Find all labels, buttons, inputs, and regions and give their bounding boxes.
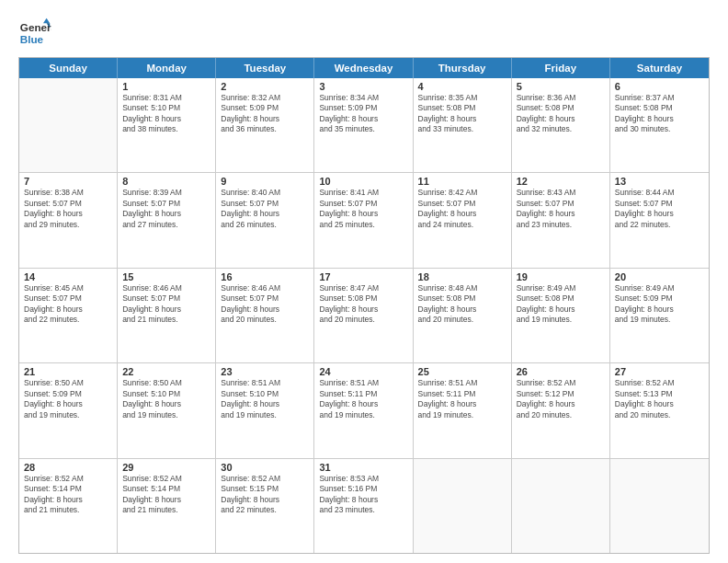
day-number: 19 [517, 271, 605, 282]
cell-info-line: and 19 minutes. [319, 410, 407, 420]
calendar-cell: 27Sunrise: 8:52 AMSunset: 5:13 PMDayligh… [610, 363, 709, 457]
cell-info-line: and 36 minutes. [221, 124, 309, 134]
calendar-cell: 4Sunrise: 8:35 AMSunset: 5:08 PMDaylight… [414, 78, 512, 172]
cell-info-line: and 30 minutes. [615, 124, 704, 134]
cell-info-line: Sunset: 5:14 PM [24, 484, 112, 494]
calendar: SundayMondayTuesdayWednesdayThursdayFrid… [18, 57, 710, 554]
cell-info-line: and 33 minutes. [418, 124, 506, 134]
cell-info-line: Sunset: 5:09 PM [221, 103, 309, 113]
cell-info-line: and 20 minutes. [319, 315, 407, 325]
cell-info-line: Sunrise: 8:52 AM [122, 474, 210, 484]
cell-info-line: Sunrise: 8:43 AM [517, 188, 605, 198]
day-number: 12 [517, 176, 605, 187]
calendar-cell: 17Sunrise: 8:47 AMSunset: 5:08 PMDayligh… [314, 269, 413, 362]
day-number: 23 [221, 366, 309, 377]
day-number: 8 [122, 176, 210, 187]
day-number: 6 [615, 81, 704, 92]
cell-info-line: and 23 minutes. [319, 505, 407, 515]
day-number: 24 [319, 366, 407, 377]
calendar-body: 1Sunrise: 8:31 AMSunset: 5:10 PMDaylight… [19, 78, 709, 553]
calendar-cell: 21Sunrise: 8:50 AMSunset: 5:09 PMDayligh… [19, 363, 118, 457]
cell-info-line: Sunrise: 8:50 AM [122, 378, 210, 388]
cell-info-line: and 20 minutes. [221, 315, 309, 325]
calendar-cell: 6Sunrise: 8:37 AMSunset: 5:08 PMDaylight… [610, 78, 709, 172]
cell-info-line: Sunrise: 8:41 AM [319, 188, 407, 198]
calendar-row: 21Sunrise: 8:50 AMSunset: 5:09 PMDayligh… [19, 363, 709, 458]
day-number: 11 [418, 176, 506, 187]
cell-info-line: Sunrise: 8:51 AM [418, 378, 506, 388]
cell-info-line: and 19 minutes. [24, 410, 112, 420]
calendar-cell: 30Sunrise: 8:52 AMSunset: 5:15 PMDayligh… [216, 459, 314, 553]
calendar-row: 14Sunrise: 8:45 AMSunset: 5:07 PMDayligh… [19, 269, 709, 363]
calendar-cell: 14Sunrise: 8:45 AMSunset: 5:07 PMDayligh… [19, 269, 118, 362]
cell-info-line: Sunrise: 8:44 AM [615, 188, 704, 198]
cell-info-line: Daylight: 8 hours [418, 304, 506, 315]
cell-info-line: and 22 minutes. [24, 315, 112, 325]
day-number: 3 [319, 81, 407, 92]
day-number: 4 [418, 81, 506, 92]
cell-info-line: Sunset: 5:07 PM [319, 199, 407, 209]
cell-info-line: Sunset: 5:08 PM [615, 103, 704, 113]
calendar-cell [414, 459, 512, 553]
cell-info-line: Sunset: 5:07 PM [615, 199, 704, 209]
day-number: 30 [221, 462, 309, 473]
calendar-cell: 10Sunrise: 8:41 AMSunset: 5:07 PMDayligh… [314, 173, 413, 267]
cell-info-line: Sunset: 5:07 PM [24, 293, 112, 304]
cell-info-line: Sunrise: 8:37 AM [615, 93, 704, 103]
cell-info-line: and 27 minutes. [122, 220, 210, 230]
cell-info-line: Daylight: 8 hours [418, 114, 506, 124]
cell-info-line: Sunrise: 8:36 AM [517, 93, 605, 103]
day-number: 27 [615, 366, 704, 377]
cell-info-line: and 24 minutes. [418, 220, 506, 230]
cell-info-line: Daylight: 8 hours [24, 495, 112, 505]
cell-info-line: Sunrise: 8:50 AM [24, 378, 112, 388]
cell-info-line: Sunset: 5:11 PM [319, 389, 407, 399]
cell-info-line: Sunset: 5:09 PM [319, 103, 407, 113]
cell-info-line: Sunrise: 8:38 AM [24, 188, 112, 198]
calendar-header: SundayMondayTuesdayWednesdayThursdayFrid… [19, 58, 709, 78]
cell-info-line: Sunset: 5:07 PM [418, 199, 506, 209]
calendar-cell: 9Sunrise: 8:40 AMSunset: 5:07 PMDaylight… [216, 173, 314, 267]
cell-info-line: Daylight: 8 hours [319, 495, 407, 505]
cell-info-line: Daylight: 8 hours [221, 399, 309, 409]
cell-info-line: Sunset: 5:08 PM [418, 103, 506, 113]
cell-info-line: Daylight: 8 hours [221, 114, 309, 124]
cell-info-line: Sunrise: 8:46 AM [221, 283, 309, 293]
cell-info-line: Sunrise: 8:52 AM [615, 378, 704, 388]
cell-info-line: Sunrise: 8:52 AM [24, 474, 112, 484]
cell-info-line: Sunset: 5:08 PM [517, 293, 605, 304]
cell-info-line: Sunset: 5:09 PM [24, 389, 112, 399]
cell-info-line: Sunset: 5:10 PM [221, 389, 309, 399]
cell-info-line: and 23 minutes. [517, 220, 605, 230]
day-number: 14 [24, 271, 112, 282]
cell-info-line: Sunrise: 8:39 AM [122, 188, 210, 198]
cell-info-line: Daylight: 8 hours [517, 209, 605, 219]
cell-info-line: Sunrise: 8:52 AM [221, 474, 309, 484]
cell-info-line: Sunrise: 8:49 AM [517, 283, 605, 293]
cell-info-line: Daylight: 8 hours [24, 304, 112, 315]
cell-info-line: Sunset: 5:08 PM [319, 293, 407, 304]
calendar-cell: 18Sunrise: 8:48 AMSunset: 5:08 PMDayligh… [414, 269, 512, 362]
cell-info-line: and 20 minutes. [615, 410, 704, 420]
header-cell-wednesday: Wednesday [314, 58, 413, 78]
calendar-cell: 25Sunrise: 8:51 AMSunset: 5:11 PMDayligh… [414, 363, 512, 457]
calendar-cell: 2Sunrise: 8:32 AMSunset: 5:09 PMDaylight… [216, 78, 314, 172]
cell-info-line: Sunset: 5:16 PM [319, 484, 407, 494]
cell-info-line: and 38 minutes. [122, 124, 210, 134]
cell-info-line: Daylight: 8 hours [24, 399, 112, 409]
cell-info-line: Daylight: 8 hours [418, 209, 506, 219]
calendar-cell: 31Sunrise: 8:53 AMSunset: 5:16 PMDayligh… [314, 459, 413, 553]
cell-info-line: and 20 minutes. [517, 410, 605, 420]
cell-info-line: Sunset: 5:15 PM [221, 484, 309, 494]
cell-info-line: Daylight: 8 hours [615, 304, 704, 315]
day-number: 13 [615, 176, 704, 187]
calendar-cell: 15Sunrise: 8:46 AMSunset: 5:07 PMDayligh… [118, 269, 216, 362]
cell-info-line: Sunrise: 8:42 AM [418, 188, 506, 198]
cell-info-line: Sunrise: 8:46 AM [122, 283, 210, 293]
calendar-cell: 7Sunrise: 8:38 AMSunset: 5:07 PMDaylight… [19, 173, 118, 267]
cell-info-line: Sunrise: 8:53 AM [319, 474, 407, 484]
calendar-row: 1Sunrise: 8:31 AMSunset: 5:10 PMDaylight… [19, 78, 709, 173]
calendar-cell [512, 459, 610, 553]
day-number: 26 [517, 366, 605, 377]
cell-info-line: and 29 minutes. [24, 220, 112, 230]
